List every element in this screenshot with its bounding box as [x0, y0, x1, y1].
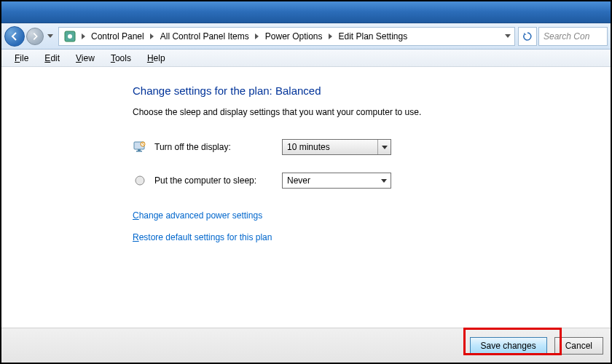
monitor-icon: [133, 140, 147, 154]
search-input[interactable]: Search Con: [538, 27, 608, 46]
crumb-power-options[interactable]: Power Options: [261, 28, 327, 45]
menu-tools[interactable]: Tools: [103, 52, 138, 65]
footer-bar: Save changes Cancel: [1, 328, 611, 363]
menu-file[interactable]: File: [7, 52, 36, 65]
crumb-edit-plan[interactable]: Edit Plan Settings: [334, 28, 412, 45]
refresh-button[interactable]: [518, 27, 537, 46]
link-advanced-settings[interactable]: Change advanced power settings: [133, 210, 611, 221]
navigation-bar: Control Panel All Control Panel Items Po…: [1, 23, 611, 50]
save-button[interactable]: Save changes: [470, 337, 547, 355]
setting-sleep-timeout: Put the computer to sleep: Never: [133, 173, 611, 189]
menu-edit[interactable]: Edit: [37, 52, 67, 65]
svg-rect-3: [138, 149, 141, 151]
setting-display-timeout: Turn off the display: 10 minutes: [133, 139, 611, 155]
control-panel-icon[interactable]: [63, 30, 76, 43]
svg-point-6: [136, 176, 144, 185]
forward-button[interactable]: [26, 28, 44, 45]
chevron-down-icon[interactable]: [504, 28, 511, 45]
display-timeout-dropdown[interactable]: 10 minutes: [282, 139, 391, 155]
nav-history-dropdown[interactable]: [45, 26, 55, 47]
svg-rect-4: [136, 151, 142, 152]
page-title: Change settings for the plan: Balanced: [133, 84, 611, 97]
moon-icon: [133, 173, 147, 188]
chevron-right-icon[interactable]: [254, 28, 261, 45]
chevron-right-icon[interactable]: [149, 28, 156, 45]
window-titlebar: [1, 1, 611, 23]
svg-point-1: [68, 34, 72, 39]
crumb-control-panel[interactable]: Control Panel: [87, 28, 149, 45]
back-button[interactable]: [4, 26, 25, 47]
chevron-right-icon[interactable]: [79, 28, 87, 45]
menubar: File Edit View Tools Help: [1, 50, 611, 67]
menu-help[interactable]: Help: [140, 52, 173, 65]
chevron-down-icon: [377, 173, 391, 188]
chevron-right-icon[interactable]: [326, 28, 334, 45]
cancel-button[interactable]: Cancel: [554, 337, 603, 355]
breadcrumb: Control Panel All Control Panel Items Po…: [58, 27, 515, 46]
sleep-timeout-dropdown[interactable]: Never: [282, 173, 391, 189]
page-description: Choose the sleep and display settings th…: [133, 107, 611, 117]
link-restore-defaults[interactable]: Restore default settings for this plan: [133, 232, 611, 242]
crumb-all-items[interactable]: All Control Panel Items: [156, 28, 254, 45]
chevron-down-icon: [377, 140, 391, 154]
content-area: Change settings for the plan: Balanced C…: [1, 67, 611, 242]
display-timeout-label: Turn off the display:: [154, 142, 282, 152]
menu-view[interactable]: View: [68, 52, 102, 65]
sleep-timeout-label: Put the computer to sleep:: [154, 175, 282, 186]
